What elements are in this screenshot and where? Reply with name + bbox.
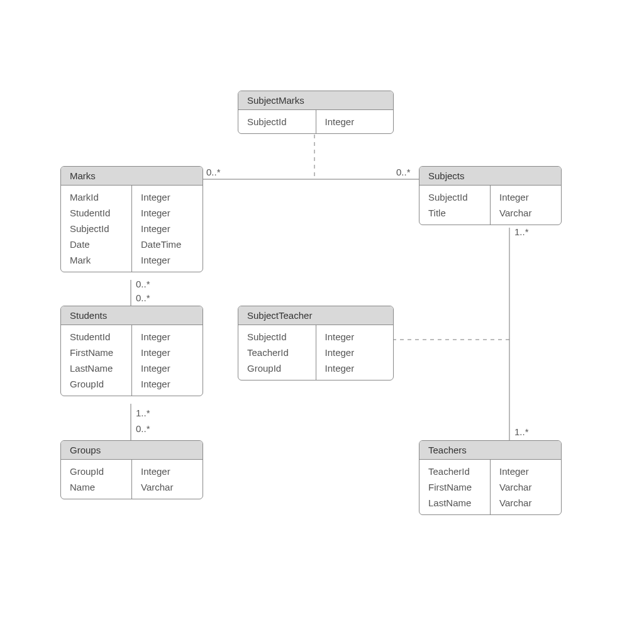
attr-name: LastName <box>61 360 131 376</box>
cardinality-label: 1..* <box>136 408 150 418</box>
attr-type: DateTime <box>132 236 203 252</box>
attr-type: Integer <box>132 329 203 345</box>
entity-students: Students StudentId FirstName LastName Gr… <box>60 306 203 396</box>
attr-name: Name <box>61 479 131 495</box>
attr-type: Varchar <box>491 205 561 221</box>
attr-type: Integer <box>316 114 394 130</box>
attr-type: Integer <box>132 360 203 376</box>
attr-name: Title <box>419 205 490 221</box>
attr-name: FirstName <box>61 345 131 360</box>
entity-subjects: Subjects SubjectId Title Integer Varchar <box>419 166 562 225</box>
attr-type: Integer <box>132 252 203 268</box>
entity-groups: Groups GroupId Name Integer Varchar <box>60 440 203 499</box>
attr-name: SubjectId <box>419 189 490 205</box>
entity-title: Subjects <box>419 167 561 186</box>
attr-type: Varchar <box>132 479 203 495</box>
entity-subjectmarks: SubjectMarks SubjectId Integer <box>238 91 394 134</box>
attr-name: Mark <box>61 252 131 268</box>
entity-title: Students <box>61 306 203 325</box>
attr-type: Integer <box>132 345 203 360</box>
attr-name: TeacherId <box>419 464 490 479</box>
attr-type: Varchar <box>491 479 561 495</box>
attr-name: SubjectId <box>61 221 131 236</box>
attr-type: Varchar <box>491 495 561 511</box>
attr-name: MarkId <box>61 189 131 205</box>
entity-title: Teachers <box>419 441 561 460</box>
attr-name: StudentId <box>61 329 131 345</box>
cardinality-label: 0..* <box>396 167 411 177</box>
cardinality-label: 0..* <box>136 292 150 303</box>
attr-type: Integer <box>491 189 561 205</box>
entity-marks: Marks MarkId StudentId SubjectId Date Ma… <box>60 166 203 272</box>
attr-name: GroupId <box>61 376 131 392</box>
cardinality-label: 1..* <box>514 226 529 237</box>
attr-name: LastName <box>419 495 490 511</box>
entity-title: SubjectMarks <box>238 91 393 110</box>
attr-type: Integer <box>132 221 203 236</box>
entity-title: SubjectTeacher <box>238 306 393 325</box>
attr-type: Integer <box>316 360 394 376</box>
attr-type: Integer <box>132 189 203 205</box>
cardinality-label: 0..* <box>136 279 150 289</box>
attr-name: StudentId <box>61 205 131 221</box>
er-diagram: SubjectMarks SubjectId Integer Marks Mar… <box>0 0 644 644</box>
cardinality-label: 0..* <box>206 167 221 177</box>
attr-type: Integer <box>132 464 203 479</box>
attr-name: SubjectId <box>238 114 316 130</box>
attr-name: SubjectId <box>238 329 316 345</box>
attr-type: Integer <box>316 329 394 345</box>
cardinality-label: 1..* <box>514 426 529 437</box>
attr-type: Integer <box>132 205 203 221</box>
attr-type: Integer <box>491 464 561 479</box>
attr-name: GroupId <box>238 360 316 376</box>
entity-subjectteacher: SubjectTeacher SubjectId TeacherId Group… <box>238 306 394 380</box>
attr-name: Date <box>61 236 131 252</box>
cardinality-label: 0..* <box>136 423 150 434</box>
attr-type: Integer <box>316 345 394 360</box>
attr-name: FirstName <box>419 479 490 495</box>
entity-teachers: Teachers TeacherId FirstName LastName In… <box>419 440 562 515</box>
attr-type: Integer <box>132 376 203 392</box>
entity-title: Groups <box>61 441 203 460</box>
attr-name: TeacherId <box>238 345 316 360</box>
entity-title: Marks <box>61 167 203 186</box>
attr-name: GroupId <box>61 464 131 479</box>
